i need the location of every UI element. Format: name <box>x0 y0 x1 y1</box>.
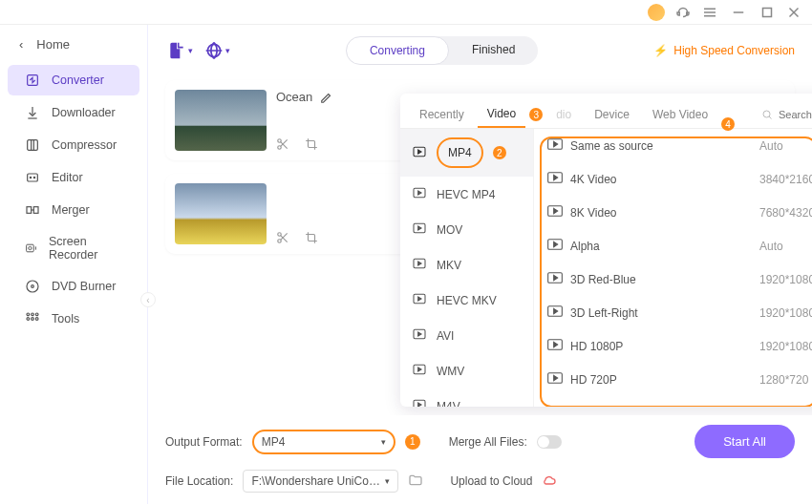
format-item-hevc-mkv[interactable]: HEVC MKV <box>400 283 533 318</box>
add-file-button[interactable]: ▾ <box>167 41 193 60</box>
thumbnail[interactable] <box>175 90 267 151</box>
toolbar: ▾ ▾ Converting Finished ⚡ High Speed Con… <box>148 25 812 73</box>
preset-resolution: Auto <box>759 139 812 153</box>
pv-tab-device[interactable]: Device <box>585 102 639 127</box>
preset-row[interactable]: Same as sourceAuto <box>534 129 812 162</box>
svg-rect-15 <box>27 207 32 214</box>
max-icon[interactable] <box>759 4 776 21</box>
sidebar-item-label: Tools <box>52 312 79 326</box>
svg-point-23 <box>32 313 34 316</box>
sidebar-item-tools[interactable]: Tools <box>8 304 139 334</box>
format-search[interactable] <box>754 107 812 122</box>
preset-row[interactable]: HD 1080P1920*1080 <box>534 329 812 363</box>
sidebar-item-label: Converter <box>52 74 104 87</box>
search-icon <box>761 109 773 120</box>
lightning-icon: ⚡ <box>653 44 668 57</box>
format-popover: Recently Video 3 dio Device Web Video 4 … <box>400 94 812 407</box>
output-format-select[interactable]: MP4 ▾ <box>252 430 395 454</box>
avatar[interactable] <box>648 4 665 21</box>
chevron-left-icon: ‹ <box>19 37 23 52</box>
trim-icon[interactable] <box>276 137 289 151</box>
svg-marker-42 <box>418 191 421 195</box>
converter-icon <box>25 73 40 88</box>
preset-name: Alpha <box>570 240 600 253</box>
format-icon <box>412 362 427 380</box>
format-item-wmv[interactable]: WMV <box>400 353 533 388</box>
format-search-input[interactable] <box>779 109 812 120</box>
preset-row[interactable]: 3D Left-Right1920*1080 <box>534 296 812 329</box>
footer-row2: File Location: F:\Wondershare UniConvert… <box>148 470 812 504</box>
sidebar-item-editor[interactable]: Editor <box>8 162 139 193</box>
pv-tab-webvideo[interactable]: Web Video <box>643 102 717 127</box>
format-label: HEVC MKV <box>437 294 497 307</box>
min-icon[interactable] <box>728 4 749 21</box>
chevron-down-icon: ▾ <box>385 476 390 486</box>
svg-point-25 <box>27 318 30 321</box>
svg-marker-44 <box>418 226 421 230</box>
format-label: MOV <box>437 223 462 237</box>
format-item-mp4[interactable]: MP42 <box>400 129 533 177</box>
footer: Output Format: MP4 ▾ 1 Merge All Files: … <box>148 415 812 470</box>
merge-toggle[interactable] <box>537 435 562 449</box>
crop-icon[interactable] <box>305 137 318 151</box>
sidebar-item-compressor[interactable]: Compressor <box>8 130 139 160</box>
trim-icon[interactable] <box>276 231 289 244</box>
preset-row[interactable]: 8K Video7680*4320 <box>534 196 812 229</box>
format-item-hevc-mp4[interactable]: HEVC MP4 <box>400 177 533 212</box>
menu-icon[interactable] <box>701 4 718 21</box>
format-item-mov[interactable]: MOV <box>400 212 533 247</box>
high-speed-toggle[interactable]: ⚡ High Speed Conversion <box>653 44 795 57</box>
sidebar-item-screen-recorder[interactable]: Screen Recorder <box>8 227 139 269</box>
cloud-icon[interactable] <box>542 472 557 491</box>
high-speed-label: High Speed Conversion <box>673 44 795 57</box>
format-label: MP4 <box>437 137 483 168</box>
edit-name-icon[interactable] <box>320 91 333 104</box>
support-icon[interactable] <box>674 4 692 21</box>
tab-converting[interactable]: Converting <box>346 36 449 65</box>
format-label: M4V <box>437 400 460 408</box>
tab-finished[interactable]: Finished <box>449 36 538 65</box>
start-all-button[interactable]: Start All <box>694 425 795 458</box>
preset-resolution: 7680*4320 <box>759 206 812 220</box>
sidebar-item-downloader[interactable]: Downloader <box>8 97 139 128</box>
pv-tab-video[interactable]: Video <box>478 101 525 128</box>
file-location-value: F:\Wondershare UniConverter 1 <box>251 474 385 488</box>
nav-back[interactable]: ‹ Home <box>0 32 147 63</box>
pv-tab-audio[interactable]: dio <box>546 102 581 127</box>
preset-name: 3D Red-Blue <box>570 273 636 286</box>
svg-marker-62 <box>554 242 558 246</box>
sidebar-item-converter[interactable]: Converter <box>8 65 139 95</box>
format-icon <box>412 291 427 309</box>
thumbnail[interactable] <box>175 183 267 244</box>
crop-icon[interactable] <box>305 231 318 244</box>
file-location-select[interactable]: F:\Wondershare UniConverter 1 ▾ <box>243 470 398 493</box>
add-remote-button[interactable]: ▾ <box>204 41 230 60</box>
editor-icon <box>25 170 40 185</box>
preset-resolution: Auto <box>759 240 812 253</box>
preset-row[interactable]: 4K Video3840*2160 <box>534 162 812 196</box>
preset-icon <box>547 305 563 320</box>
format-item-m4v[interactable]: M4V <box>400 388 533 407</box>
sidebar-item-label: Compressor <box>52 138 117 152</box>
sidebar-item-merger[interactable]: Merger <box>8 195 139 225</box>
titlebar <box>0 0 812 25</box>
svg-marker-46 <box>418 262 421 265</box>
chevron-down-icon: ▾ <box>381 437 386 447</box>
sidebar-item-label: Merger <box>52 203 90 217</box>
pv-tab-recently[interactable]: Recently <box>410 102 474 127</box>
output-format-label: Output Format: <box>165 435 243 449</box>
svg-rect-16 <box>33 207 38 214</box>
format-item-mkv[interactable]: MKV <box>400 247 533 283</box>
svg-point-24 <box>35 313 38 316</box>
svg-marker-60 <box>554 208 558 213</box>
dvd-icon <box>25 279 40 294</box>
callout-badge-1: 1 <box>405 434 420 450</box>
format-item-avi[interactable]: AVI <box>400 318 533 353</box>
close-icon[interactable] <box>785 4 802 21</box>
preset-row[interactable]: 3D Red-Blue1920*1080 <box>534 262 812 296</box>
downloader-icon <box>25 105 40 120</box>
preset-row[interactable]: AlphaAuto <box>534 229 812 262</box>
preset-row[interactable]: HD 720P1280*720 <box>534 363 812 396</box>
sidebar-item-dvd-burner[interactable]: DVD Burner <box>8 271 139 302</box>
open-folder-icon[interactable] <box>408 472 423 491</box>
